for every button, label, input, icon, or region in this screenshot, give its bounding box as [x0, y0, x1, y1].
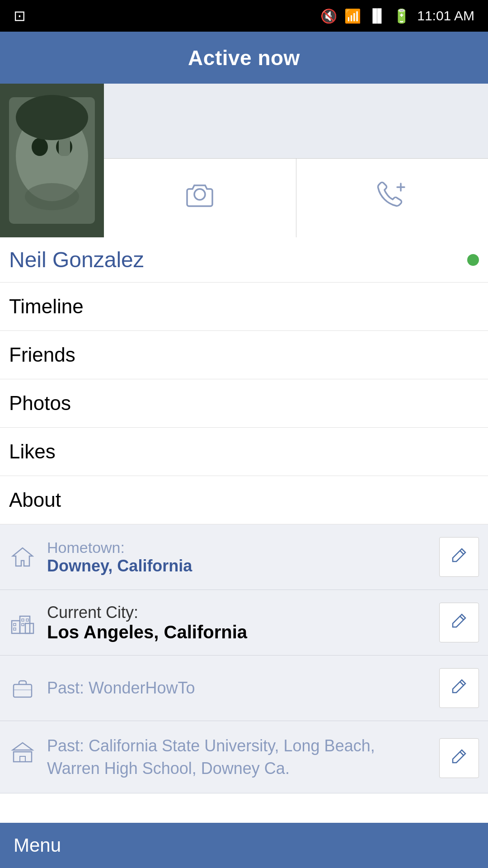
nav-photos[interactable]: Photos	[0, 379, 488, 428]
school-icon	[9, 738, 36, 765]
about-hometown: Hometown: Downey, California	[0, 524, 488, 590]
home-icon	[9, 543, 36, 571]
svg-rect-15	[14, 628, 16, 630]
svg-rect-11	[12, 621, 20, 633]
profile-photo-image	[0, 84, 104, 237]
name-row: Neil Gonzalez	[0, 237, 488, 283]
profile-photo[interactable]	[0, 84, 104, 237]
current-city-value: Los Angeles, California	[47, 622, 428, 642]
svg-line-22	[460, 682, 464, 685]
svg-rect-25	[20, 756, 25, 762]
svg-line-26	[460, 752, 464, 755]
svg-line-10	[460, 551, 464, 554]
past-work-text: Past: WonderHowTo	[47, 679, 428, 698]
svg-line-19	[460, 616, 464, 620]
hometown-edit-button[interactable]	[439, 537, 479, 577]
edit-icon-4	[451, 748, 467, 769]
profile-name[interactable]: Neil Gonzalez	[9, 247, 144, 272]
svg-rect-20	[14, 684, 32, 697]
about-past-work: Past: WonderHowTo	[0, 656, 488, 721]
profile-actions-top	[104, 84, 488, 158]
camera-button[interactable]	[104, 159, 296, 237]
clock: 11:01 AM	[417, 8, 474, 24]
menu-label[interactable]: Menu	[14, 835, 61, 856]
status-bar-right: 🔇 📶 ▐▌ 🔋 11:01 AM	[320, 8, 474, 24]
add-call-icon	[376, 181, 408, 215]
work-icon	[9, 675, 36, 702]
profile-section	[0, 84, 488, 237]
edit-icon	[451, 547, 467, 567]
svg-marker-24	[13, 743, 33, 750]
online-indicator	[467, 254, 479, 266]
current-city-text: Current City: Los Angeles, California	[47, 603, 428, 642]
wifi-icon: 📶	[344, 8, 361, 24]
header-title: Active now	[188, 46, 300, 70]
edit-icon-2	[451, 613, 467, 633]
svg-rect-17	[26, 619, 28, 621]
add-call-button[interactable]	[296, 159, 488, 237]
svg-rect-14	[14, 623, 16, 626]
nav-friends[interactable]: Friends	[0, 331, 488, 379]
nav-about[interactable]: About	[0, 476, 488, 524]
svg-rect-18	[22, 623, 24, 626]
signal-icon: ▐▌	[368, 9, 386, 23]
past-school-edit-button[interactable]	[439, 738, 479, 778]
hometown-label: Hometown:	[47, 539, 428, 557]
about-section: Hometown: Downey, California	[0, 524, 488, 793]
nav-likes[interactable]: Likes	[0, 428, 488, 476]
svg-rect-16	[22, 619, 24, 621]
about-past-school: Past: California State University, Long …	[0, 721, 488, 793]
status-bar: ⊡ 🔇 📶 ▐▌ 🔋 11:01 AM	[0, 0, 488, 32]
about-current-city: Current City: Los Angeles, California	[0, 590, 488, 656]
footer[interactable]: Menu	[0, 823, 488, 868]
past-school-text: Past: California State University, Long …	[47, 735, 428, 780]
current-city-edit-button[interactable]	[439, 603, 479, 642]
hometown-value: Downey, California	[47, 557, 428, 576]
edit-icon-3	[451, 678, 467, 698]
mute-icon: 🔇	[320, 8, 337, 24]
past-work-label: Past: WonderHowTo	[47, 679, 428, 698]
hometown-text: Hometown: Downey, California	[47, 539, 428, 576]
svg-point-7	[16, 95, 88, 140]
profile-actions-buttons	[104, 158, 488, 237]
past-work-edit-button[interactable]	[439, 668, 479, 708]
camera-icon	[184, 181, 216, 215]
header: Active now	[0, 32, 488, 84]
city-icon	[9, 609, 36, 636]
status-bar-left: ⊡	[14, 7, 26, 24]
current-city-label: Current City:	[47, 603, 428, 622]
nav-timeline[interactable]: Timeline	[0, 283, 488, 331]
past-school-label: Past: California State University, Long …	[47, 735, 428, 780]
battery-icon: 🔋	[393, 8, 410, 24]
profile-actions	[104, 84, 488, 237]
svg-point-6	[25, 183, 79, 210]
image-icon: ⊡	[14, 7, 26, 24]
svg-point-3	[32, 138, 48, 156]
